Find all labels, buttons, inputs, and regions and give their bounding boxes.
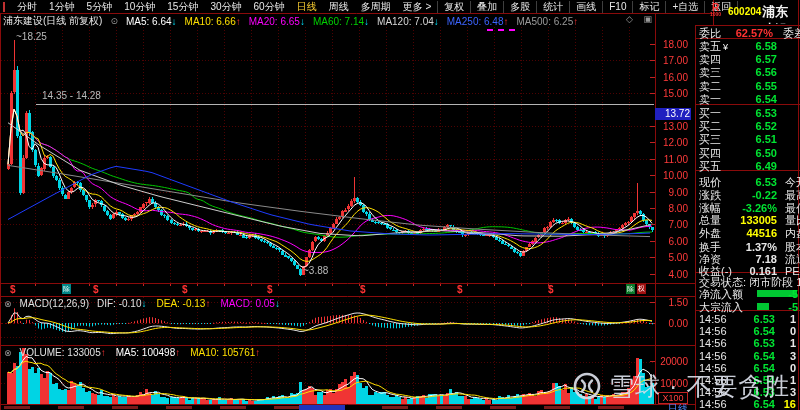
toolbar-buttons: 复权叠加多股统计画线F10标记+自选返回 bbox=[437, 1, 738, 13]
tab-30分钟[interactable]: 30分钟 bbox=[204, 0, 247, 13]
low-annotation: ~3.88 bbox=[303, 266, 328, 276]
info-value: 1.37% bbox=[746, 241, 777, 253]
info-value: 7.18 bbox=[756, 253, 777, 265]
ask-price[interactable]: 6.58 bbox=[756, 40, 777, 52]
bid-price[interactable]: 6.52 bbox=[756, 120, 777, 132]
tab-日线[interactable]: 日线 bbox=[291, 0, 323, 13]
ask-label: 卖五 bbox=[699, 40, 721, 52]
quote-sidebar: R1000 600204 浦东建设 委比 62.57% 委差 卖五¥6.58卖四… bbox=[696, 0, 800, 410]
event-marker-icon: 权 bbox=[637, 284, 646, 294]
bid-price[interactable]: 6.49 bbox=[756, 160, 777, 172]
info-label: 总量 bbox=[699, 214, 721, 226]
volume-values: VOLUME: 133005↑MA5: 100498↑MA10: 105761↑ bbox=[20, 347, 261, 358]
tab-10分钟[interactable]: 10分钟 bbox=[118, 0, 161, 13]
bid-price[interactable]: 6.53 bbox=[756, 107, 777, 119]
weicha-label: 委差 bbox=[783, 27, 800, 39]
window-icon[interactable] bbox=[3, 2, 5, 12]
macd-collapse-icon[interactable]: ⊗ bbox=[4, 299, 12, 309]
ask-price[interactable]: 6.55 bbox=[756, 80, 777, 92]
volume-header: ⊗ VOLUME: 133005↑MA5: 100498↑MA10: 10576… bbox=[4, 347, 260, 358]
collapse-icon[interactable]: ⊙ bbox=[110, 16, 118, 26]
ask-row: 卖二6.55 bbox=[699, 80, 798, 92]
trend-arrow-icon: ↓ bbox=[172, 16, 177, 27]
trade-status-value: 闭市阶段 15 bbox=[746, 276, 800, 288]
ask-price[interactable]: 6.57 bbox=[756, 53, 777, 65]
ask-label: 卖四 bbox=[699, 53, 721, 65]
tab-15分钟[interactable]: 15分钟 bbox=[161, 0, 204, 13]
price-axis-label: 11.00 bbox=[650, 154, 688, 165]
info-value: -0.22 bbox=[752, 189, 777, 201]
peak-annotation: ~18.25 bbox=[16, 32, 47, 42]
period-tabs: 分时1分钟5分钟10分钟15分钟30分钟60分钟日线周线多周期更多 > bbox=[11, 0, 437, 13]
tab-60分钟[interactable]: 60分钟 bbox=[248, 0, 291, 13]
tab-多周期[interactable]: 多周期 bbox=[355, 0, 397, 13]
tick-price: 6.53 bbox=[754, 313, 775, 325]
tab-更多 >[interactable]: 更多 > bbox=[397, 0, 438, 13]
trend-arrow-icon: ↑ bbox=[175, 347, 180, 358]
tick-row: 14:566.540 bbox=[699, 325, 798, 337]
price-axis-label: 16.00 bbox=[650, 72, 688, 83]
tick-row: 14:566.531 bbox=[699, 337, 798, 349]
tab-5分钟[interactable]: 5分钟 bbox=[81, 0, 119, 13]
gap-annotation: 14.35 - 14.28 bbox=[42, 91, 101, 101]
ask-price[interactable]: 6.56 bbox=[756, 66, 777, 78]
bid-price[interactable]: 6.50 bbox=[756, 147, 777, 159]
bid-row: 买一6.53 bbox=[699, 107, 798, 119]
info-right-label: 股本 bbox=[785, 241, 800, 253]
toolbar-button-叠加[interactable]: 叠加 bbox=[470, 1, 503, 13]
info-right-label: 今开 bbox=[785, 176, 800, 188]
toolbar-button-复权[interactable]: 复权 bbox=[437, 1, 470, 13]
bid-price[interactable]: 6.51 bbox=[756, 133, 777, 145]
info-label: 涨跌 bbox=[699, 189, 721, 201]
chart-corner-icons[interactable]: ◇ ▣ bbox=[626, 14, 656, 24]
price-axis-label: 4.00 bbox=[650, 269, 688, 280]
info-row: 总量133005量比 bbox=[699, 214, 798, 226]
ask-label: 卖二 bbox=[699, 80, 721, 92]
macd-value: MACD: 0.05↓ bbox=[220, 298, 279, 309]
volume-value: MA10: 105761↑ bbox=[190, 347, 260, 358]
tab-1分钟[interactable]: 1分钟 bbox=[43, 0, 81, 13]
macd-axis-label: 0.00 bbox=[650, 318, 688, 329]
ma-label: MA120: 7.04↓ bbox=[377, 16, 439, 27]
tick-price: 6.53 bbox=[754, 337, 775, 349]
chart-title-row: 浦东建设(日线 前复权) ⊙ MA5: 6.64↓MA10: 6.66↑MA20… bbox=[3, 14, 578, 28]
event-marker-icon: 除 bbox=[626, 284, 635, 294]
info-label: 换手 bbox=[699, 241, 721, 253]
volume-collapse-icon[interactable]: ⊗ bbox=[4, 348, 12, 358]
bid-row: 买二6.52 bbox=[699, 120, 798, 132]
ask-row: 卖四6.57 bbox=[699, 53, 798, 65]
tick-time: 14:56 bbox=[699, 313, 727, 325]
ask-row: 卖三6.56 bbox=[699, 66, 798, 78]
dividend-marker-icon: $ bbox=[182, 284, 188, 295]
macd-value: DEA: -0.13↑ bbox=[156, 298, 210, 309]
toolbar-button-统计[interactable]: 统计 bbox=[536, 1, 569, 13]
toolbar-button-F10[interactable]: F10 bbox=[602, 1, 632, 13]
ma-label: MA500: 6.25↑ bbox=[517, 16, 579, 27]
event-marker-icon: 除 bbox=[62, 284, 71, 294]
macd-values: DIF: -0.10↓DEA: -0.13↑MACD: 0.05↓ bbox=[97, 298, 280, 309]
toolbar-button-画线[interactable]: 画线 bbox=[569, 1, 602, 13]
info-label: 现价 bbox=[699, 176, 721, 188]
trade-status-row: 交易状态: 闭市阶段 15 bbox=[699, 276, 798, 288]
trend-arrow-icon: ↑ bbox=[205, 298, 210, 309]
info-label: 涨幅 bbox=[699, 202, 721, 214]
stock-code: 600204 bbox=[728, 6, 761, 17]
price-axis-label: 10.00 bbox=[650, 170, 688, 181]
info-row: 净资7.18流通 bbox=[699, 253, 798, 265]
toolbar-button-标记[interactable]: 标记 bbox=[632, 1, 665, 13]
tab-分时[interactable]: 分时 bbox=[11, 0, 43, 13]
tab-周线[interactable]: 周线 bbox=[323, 0, 355, 13]
ask-label: 卖三 bbox=[699, 66, 721, 78]
volume-axis-label: 20000 bbox=[650, 356, 688, 367]
info-value: 6.53 bbox=[756, 176, 777, 188]
price-axis-label: 17.00 bbox=[650, 55, 688, 66]
toolbar-button-多股[interactable]: 多股 bbox=[503, 1, 536, 13]
trend-arrow-icon: ↑ bbox=[101, 347, 106, 358]
info-value: -3.26% bbox=[742, 202, 777, 214]
tick-price: 6.54 bbox=[754, 325, 775, 337]
date-axis-highlight bbox=[299, 405, 345, 410]
ask-label: 卖一 bbox=[699, 93, 721, 105]
tick-time: 14:56 bbox=[699, 350, 727, 362]
xueqiu-logo-icon bbox=[572, 371, 602, 401]
ask-price[interactable]: 6.54 bbox=[756, 93, 777, 105]
